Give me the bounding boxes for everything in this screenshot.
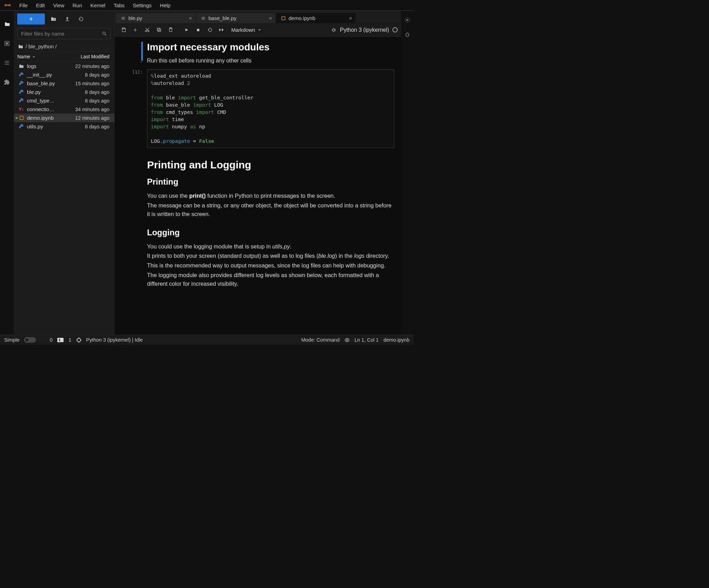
debugger-icon[interactable]	[404, 31, 410, 38]
kernel-status-text[interactable]: Python 3 (ipykernel) | Idle	[86, 337, 143, 343]
terminals-count[interactable]: 1	[68, 337, 71, 343]
menu-kernel[interactable]: Kernel	[86, 1, 109, 10]
file-modified: 8 days ago	[85, 98, 112, 104]
restart-icon[interactable]	[204, 25, 215, 35]
yaml-icon: Y:	[18, 107, 25, 112]
cell-type-dropdown[interactable]: Markdown	[231, 27, 261, 33]
menu-edit[interactable]: Edit	[32, 1, 49, 10]
close-icon[interactable]: ×	[269, 15, 272, 21]
svg-point-15	[20, 99, 21, 99]
active-file-name[interactable]: demo.ipynb	[383, 337, 409, 343]
simple-mode-toggle[interactable]	[24, 337, 36, 343]
debug-icon[interactable]	[328, 25, 339, 35]
file-name: __init__.py	[27, 72, 85, 78]
close-icon[interactable]: ×	[349, 15, 352, 21]
tab-label: demo.ipynb	[289, 15, 315, 21]
file-browser: + / ble_python / Name Last Modified	[14, 11, 115, 335]
upload-icon[interactable]	[62, 14, 72, 24]
run-all-icon[interactable]	[216, 25, 227, 35]
cell-markdown-2[interactable]: Printing and Logging Printing You can us…	[115, 151, 400, 291]
nb-icon	[18, 115, 25, 120]
menu-tabs[interactable]: Tabs	[109, 1, 129, 10]
md2-p3: You could use the logging module that is…	[147, 242, 394, 251]
property-inspector-icon[interactable]	[404, 17, 410, 23]
activity-running-icon[interactable]	[1, 36, 13, 51]
file-row[interactable]: ble.py8 days ago	[14, 88, 114, 96]
menu-file[interactable]: File	[15, 1, 32, 10]
file-name: cmd_type…	[27, 98, 85, 104]
folder-icon	[18, 63, 25, 69]
svg-rect-54	[77, 340, 77, 341]
column-name-header[interactable]: Name	[17, 54, 30, 59]
file-row[interactable]: utils.py8 days ago	[14, 122, 114, 131]
file-filter-input[interactable]	[18, 28, 98, 39]
stop-icon[interactable]	[193, 25, 204, 35]
md1-text: Run this cell before running any other c…	[147, 58, 394, 64]
svg-rect-24	[282, 17, 285, 20]
file-row[interactable]: __init__.py8 days ago	[14, 70, 114, 79]
svg-rect-55	[80, 340, 81, 341]
tab-demo-ipynb[interactable]: demo.ipynb×	[276, 13, 356, 23]
open-tabs-count[interactable]: 0	[50, 337, 52, 343]
refresh-icon[interactable]	[76, 14, 86, 24]
close-icon[interactable]: ×	[189, 15, 192, 21]
tab-base_ble-py[interactable]: base_ble.py×	[196, 13, 275, 23]
save-icon[interactable]	[118, 25, 129, 35]
activity-files-icon[interactable]	[1, 17, 13, 31]
add-cell-icon[interactable]	[130, 25, 141, 35]
file-modified: 34 minutes ago	[75, 107, 112, 112]
md2-p5: This is the recommended way to output me…	[147, 261, 394, 270]
file-row[interactable]: logs22 minutes ago	[14, 62, 114, 70]
new-launcher-button[interactable]	[17, 13, 45, 24]
svg-rect-53	[78, 341, 79, 342]
notebook-body: Import necessary modules Run this cell b…	[115, 37, 401, 335]
md2-p4: It prints to both your screen (standard …	[147, 252, 394, 261]
tab-ble-py[interactable]: ble.py×	[116, 13, 195, 23]
menu-help[interactable]: Help	[156, 1, 175, 10]
menu-settings[interactable]: Settings	[129, 1, 156, 10]
cell-code-1[interactable]: [1]: %load_ext autoreload %autoreload 2 …	[115, 67, 400, 151]
paste-icon[interactable]	[165, 25, 176, 35]
run-icon[interactable]	[181, 25, 192, 35]
svg-point-14	[20, 90, 21, 90]
sort-arrow-icon	[32, 55, 36, 58]
copy-icon[interactable]	[153, 25, 164, 35]
file-row[interactable]: Y:connectio…34 minutes ago	[14, 105, 114, 114]
cell-markdown-1[interactable]: Import necessary modules Run this cell b…	[115, 37, 400, 67]
activity-extensions-icon[interactable]	[1, 75, 13, 89]
svg-rect-2	[6, 43, 8, 45]
kernel-name[interactable]: Python 3 (ipykernel)	[340, 27, 389, 33]
file-row[interactable]: demo.ipynb12 minutes ago	[14, 114, 114, 122]
svg-point-13	[20, 81, 21, 82]
notification-icon[interactable]	[344, 337, 350, 343]
svg-line-41	[335, 29, 336, 29]
caret-down-icon[interactable]	[139, 61, 143, 64]
kernel-sessions-icon[interactable]	[76, 337, 81, 343]
svg-point-44	[407, 19, 408, 21]
cursor-position[interactable]: Ln 1, Col 1	[354, 337, 379, 343]
right-sidebar	[401, 11, 414, 335]
file-row[interactable]: cmd_type…8 days ago	[14, 96, 114, 105]
new-folder-icon[interactable]: +	[48, 14, 59, 24]
file-icon	[121, 16, 126, 21]
md2-p2: The message can be a string, or any othe…	[147, 201, 394, 219]
py-icon	[18, 124, 25, 129]
md2-p1: You can use the print() function in Pyth…	[147, 192, 394, 200]
column-modified-header[interactable]: Last Modified	[68, 52, 114, 61]
activity-toc-icon[interactable]	[1, 56, 13, 70]
svg-line-49	[406, 36, 406, 36]
breadcrumb-path: / ble_python /	[26, 43, 57, 49]
terminal-icon[interactable]: $_	[57, 338, 64, 342]
file-icon	[201, 16, 206, 21]
breadcrumb[interactable]: / ble_python /	[14, 41, 114, 51]
cut-icon[interactable]	[142, 25, 153, 35]
mode-indicator[interactable]: Mode: Command	[301, 337, 340, 343]
md1-title: Import necessary modules	[147, 42, 394, 53]
svg-line-48	[408, 34, 409, 34]
notebook-icon	[281, 16, 286, 21]
svg-line-40	[332, 29, 332, 29]
file-row[interactable]: base_ble.py15 minutes ago	[14, 79, 114, 88]
menu-view[interactable]: View	[49, 1, 68, 10]
menu-run[interactable]: Run	[68, 1, 86, 10]
kernel-status-icon[interactable]	[392, 27, 398, 32]
